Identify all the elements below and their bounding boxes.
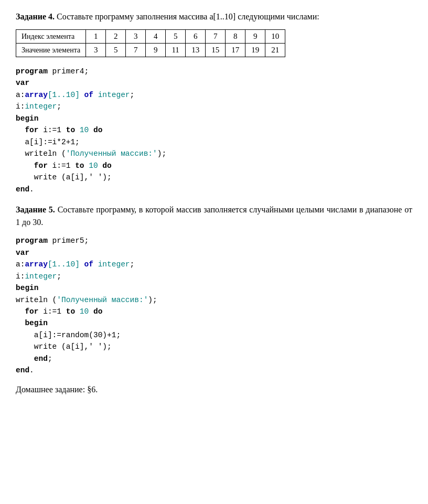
table-row-header: Индекс элемента 1 2 3 4 5 6 7 8 9 10 [16,30,285,44]
code-keyword: to [75,162,84,170]
code-value: 10 [89,162,98,170]
code-keyword: program [16,237,48,245]
task4-heading-bold: Задание 4. [16,12,55,21]
code-type: integer [25,102,57,111]
table-cell-val-6: 13 [186,44,206,57]
code-keyword: of [84,260,93,269]
table-cell-val-4: 9 [146,44,166,57]
task4-section: Задание 4. Составьте программу заполнени… [16,10,412,195]
table-cell-val-7: 15 [206,44,226,57]
table-cell-index-9: 9 [245,30,265,44]
code-keyword: do [93,307,102,316]
task5-heading-bold: Задание 5. [16,205,55,214]
code-value: 10 [80,126,89,134]
table-cell-index-label: Индекс элемента [16,30,86,44]
code-keyword: begin [25,319,48,327]
table-cell-val-5: 11 [166,44,186,57]
code-keyword: to [66,126,75,134]
table-cell-value-label: Значение элемента [16,44,86,57]
code-keyword: program [16,67,48,76]
code-keyword: array [25,260,48,269]
table-cell-index-8: 8 [226,30,245,44]
code-type: integer [98,260,130,269]
table-cell-val-10: 21 [265,44,285,57]
table-cell-index-10: 10 [265,30,285,44]
code-keyword: end [16,366,29,374]
task4-code: program primer4; var a:array[1..10] of i… [16,66,412,195]
task5-heading: Задание 5. Составьте программу, в которо… [16,203,412,229]
task5-section: Задание 5. Составьте программу, в которо… [16,203,412,377]
task4-heading-text: Составьте программу заполнения массива a… [55,12,319,21]
code-keyword: for [34,162,48,170]
table-cell-index-3: 3 [126,30,146,44]
table-cell-index-2: 2 [106,30,126,44]
table-cell-index-5: 5 [166,30,186,44]
code-keyword: var [16,79,29,87]
code-keyword: to [66,307,75,316]
table-row-values: Значение элемента 3 5 7 9 11 13 15 17 19… [16,44,285,57]
code-keyword: begin [16,114,39,123]
code-string: 'Полученный массив:' [66,149,157,158]
task5-code: program primer5; var a:array[1..10] of i… [16,235,412,377]
homework-label: Домашнее задание: §6. [16,385,412,394]
code-keyword: do [102,162,111,170]
code-type: integer [25,272,57,281]
code-value: [1..10] [48,260,80,269]
table-cell-index-6: 6 [186,30,206,44]
code-type: integer [98,91,130,99]
code-keyword: do [93,126,102,134]
code-keyword: for [25,126,38,134]
code-value: 10 [80,307,89,316]
code-value: [1..10] [48,91,80,99]
code-keyword: array [25,91,48,99]
table-cell-val-9: 19 [245,44,265,57]
table-cell-index-7: 7 [206,30,226,44]
table-cell-val-1: 3 [86,44,106,57]
task5-heading-text: Составьте программу, в которой массив за… [16,205,412,227]
table-cell-val-2: 5 [106,44,126,57]
code-keyword: end [16,185,29,194]
table-cell-index-4: 4 [146,30,166,44]
code-keyword: begin [16,284,39,292]
code-keyword: for [25,307,38,316]
code-keyword: of [84,91,93,99]
code-string: 'Полученный массив:' [57,296,148,304]
table-cell-val-3: 7 [126,44,146,57]
table-cell-index-1: 1 [86,30,106,44]
task4-table: Индекс элемента 1 2 3 4 5 6 7 8 9 10 Зна… [16,29,285,57]
task4-heading: Задание 4. Составьте программу заполнени… [16,10,412,23]
code-keyword: var [16,249,29,257]
code-keyword: end [34,355,48,363]
table-cell-val-8: 17 [226,44,245,57]
